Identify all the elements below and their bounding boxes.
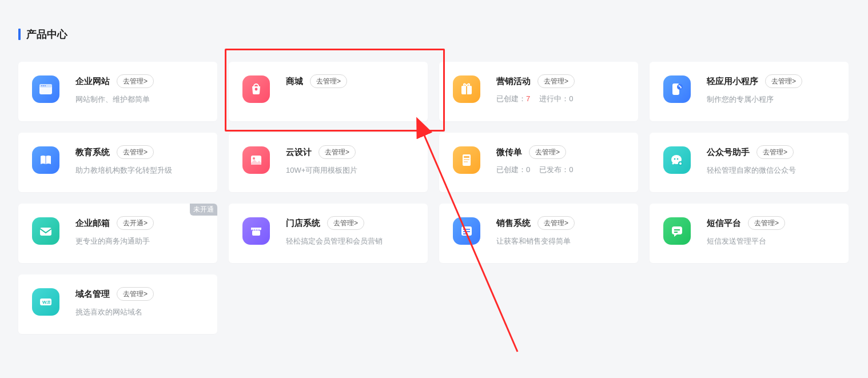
stat-label: 进行中： [539, 94, 569, 103]
manage-button[interactable]: 去管理> [537, 74, 575, 88]
svg-rect-26 [463, 229, 470, 230]
section-title: 产品中心 [26, 27, 67, 41]
card-desc: 10W+可商用模板图片 [286, 165, 414, 176]
svg-point-22 [679, 162, 682, 165]
card-title: 商城 [286, 76, 303, 87]
manage-button[interactable]: 去管理> [756, 145, 794, 159]
card-sales[interactable]: 销售系统 去管理> 让获客和销售变得简单 [439, 204, 638, 263]
svg-rect-23 [40, 228, 51, 236]
card-stats: 已创建：0 已发布：0 [496, 165, 624, 175]
manage-button[interactable]: 去管理> [537, 216, 575, 230]
svg-point-19 [674, 158, 676, 160]
card-title: 教育系统 [75, 147, 110, 158]
svg-rect-30 [674, 229, 680, 230]
section-header: 产品中心 [18, 27, 850, 41]
card-desc: 让获客和销售变得简单 [496, 236, 624, 247]
card-desc: 挑选喜欢的网站域名 [75, 307, 204, 318]
card-title: 企业网站 [75, 76, 110, 87]
svg-rect-15 [464, 156, 469, 158]
svg-point-3 [43, 85, 44, 86]
svg-rect-28 [463, 233, 468, 234]
svg-rect-16 [464, 159, 469, 160]
svg-text:W.: W. [42, 300, 47, 305]
svg-rect-8 [466, 86, 467, 94]
card-flyer[interactable]: 微传单 去管理> 已创建：0 已发布：0 [439, 133, 638, 192]
manage-button[interactable]: 去管理> [765, 74, 802, 88]
stat-value: 0 [569, 165, 573, 174]
card-desc: 轻松管理自家的微信公众号 [707, 165, 835, 176]
product-grid: 企业网站 去管理> 网站制作、维护都简单 商城 去管理> [18, 62, 850, 334]
picture-icon [242, 146, 270, 174]
card-title: 销售系统 [496, 218, 531, 229]
svg-rect-17 [464, 161, 468, 162]
manage-button[interactable]: 去管理> [748, 216, 785, 230]
card-title: 域名管理 [75, 289, 110, 300]
envelope-icon [32, 217, 59, 245]
card-store[interactable]: 门店系统 去管理> 轻松搞定会员管理和会员营销 [229, 204, 428, 263]
book-icon [32, 146, 59, 174]
svg-rect-34 [47, 301, 50, 302]
svg-point-20 [677, 158, 679, 160]
card-title: 微传单 [496, 147, 522, 158]
stat-label: 已发布： [539, 165, 569, 174]
card-website[interactable]: 企业网站 去管理> 网站制作、维护都简单 [18, 62, 217, 121]
section-header-bar [18, 29, 21, 40]
svg-point-2 [41, 85, 42, 86]
stat-value: 7 [526, 94, 530, 103]
manage-button[interactable]: 去管理> [327, 216, 364, 230]
card-miniapp[interactable]: 轻应用小程序 去管理> 制作您的专属小程序 [650, 62, 849, 121]
miniapp-icon [663, 75, 691, 103]
manage-button[interactable]: 去管理> [117, 145, 154, 159]
card-desc: 制作您的专属小程序 [707, 94, 835, 105]
stat-label: 已创建： [496, 165, 526, 174]
not-open-badge: 未开通 [190, 204, 217, 216]
card-design[interactable]: 云设计 去管理> 10W+可商用模板图片 [229, 133, 428, 192]
card-title: 门店系统 [286, 218, 320, 229]
card-title: 公众号助手 [707, 147, 750, 158]
manage-button[interactable]: 去管理> [117, 74, 154, 88]
card-title: 短信平台 [707, 218, 741, 229]
gift-icon [453, 75, 480, 103]
card-desc: 助力教培机构数字化转型升级 [75, 165, 204, 176]
manage-button[interactable]: 去管理> [310, 74, 347, 88]
domain-w-icon: W. [32, 288, 59, 316]
svg-rect-24 [252, 230, 260, 236]
svg-rect-35 [47, 303, 50, 304]
card-edu[interactable]: 教育系统 去管理> 助力教培机构数字化转型升级 [18, 133, 217, 192]
svg-point-5 [255, 88, 258, 91]
list-lines-icon [453, 217, 480, 245]
storefront-icon [242, 217, 270, 245]
svg-rect-27 [463, 231, 470, 232]
card-title: 营销活动 [496, 76, 531, 87]
card-title: 轻应用小程序 [707, 76, 758, 87]
wechat-gear-icon [663, 146, 691, 174]
card-desc: 轻松搞定会员管理和会员营销 [286, 236, 414, 247]
svg-rect-31 [674, 232, 678, 233]
flyer-page-icon [453, 146, 480, 174]
open-button[interactable]: 去开通> [117, 216, 154, 230]
card-desc: 更专业的商务沟通助手 [75, 236, 204, 247]
shopping-bag-icon [242, 75, 270, 103]
manage-button[interactable]: 去管理> [117, 287, 154, 301]
chat-bubble-icon [663, 217, 691, 245]
card-title: 云设计 [286, 147, 312, 158]
card-marketing[interactable]: 营销活动 去管理> 已创建：7 进行中：0 [439, 62, 638, 121]
stat-label: 已创建： [496, 94, 526, 103]
svg-point-13 [253, 157, 255, 160]
stat-value: 0 [526, 165, 530, 174]
card-mall[interactable]: 商城 去管理> [229, 62, 428, 121]
card-mail[interactable]: 未开通 企业邮箱 去开通> 更专业的商务沟通助手 [18, 204, 217, 263]
card-sms[interactable]: 短信平台 去管理> 短信发送管理平台 [650, 204, 849, 263]
card-desc: 网站制作、维护都简单 [75, 94, 204, 105]
manage-button[interactable]: 去管理> [318, 145, 356, 159]
card-desc: 短信发送管理平台 [707, 236, 835, 247]
stat-value: 0 [569, 94, 573, 103]
browser-window-icon [32, 75, 59, 103]
svg-point-4 [45, 85, 46, 86]
card-domain[interactable]: W. 域名管理 去管理> 挑选喜欢的网站域名 [18, 274, 217, 334]
card-mp[interactable]: 公众号助手 去管理> 轻松管理自家的微信公众号 [650, 133, 849, 192]
manage-button[interactable]: 去管理> [529, 145, 566, 159]
card-stats: 已创建：7 进行中：0 [496, 94, 624, 104]
card-title: 企业邮箱 [75, 218, 110, 229]
